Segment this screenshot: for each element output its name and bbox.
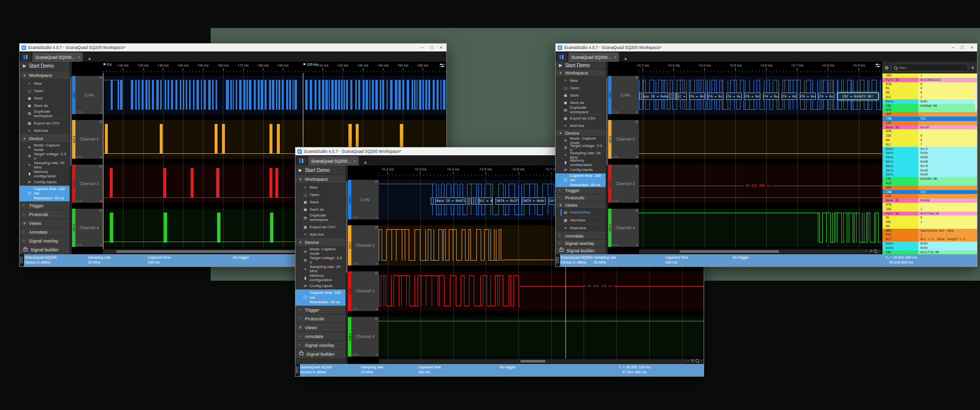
- packet-row[interactable]: Data0x66: [882, 155, 977, 160]
- sidebar-item-packetview[interactable]: ▤PacketView: [556, 209, 606, 217]
- decode-box[interactable]: [672, 93, 674, 100]
- gear-icon[interactable]: ⚙: [884, 65, 889, 71]
- packet-row[interactable]: ▾CANCH1: [882, 117, 977, 121]
- start-demo-button[interactable]: ▶Start Demo: [20, 62, 70, 71]
- home-tab[interactable]: [296, 156, 307, 166]
- packet-row[interactable]: ACK: [882, 181, 977, 186]
- channel-minimize-icon[interactable]: ⊟: [635, 76, 638, 80]
- channel-header[interactable]: CH 1CAN3.3V∞⊟: [348, 180, 379, 219]
- packet-row[interactable]: EOF: [882, 112, 977, 117]
- sidebar-section-signal-overlay[interactable]: ›Signal overlay: [295, 341, 345, 350]
- decode-box[interactable]: [669, 93, 671, 100]
- channel-minimize-icon[interactable]: ⊟: [635, 165, 638, 169]
- sidebar-item-export-as-csv[interactable]: ▦Export as CSV: [20, 120, 70, 127]
- sidebar-section-views[interactable]: ∨Views: [20, 219, 70, 228]
- channel-header[interactable]: CH 3Channel 33.3V∞⊟: [608, 165, 639, 203]
- sidebar-section-workspace[interactable]: ∨Workspace: [295, 175, 345, 184]
- packet-row[interactable]: R10: [882, 216, 977, 220]
- sidebar-item-new[interactable]: +New: [20, 80, 70, 87]
- waveform-region[interactable]: Base ID = 0x6aaDLC = 8DATA = 0x91DATA = …: [639, 76, 882, 114]
- packet-row[interactable]: Full ID0x11465b231: [882, 78, 977, 82]
- start-demo-button[interactable]: ▶Start Demo: [295, 166, 345, 175]
- sidebar-item-save-as[interactable]: ▣Save as: [20, 102, 70, 109]
- packet-row[interactable]: EDL1: [882, 220, 977, 224]
- packet-row[interactable]: Data0x0e: [882, 151, 977, 155]
- decode-box[interactable]: DATA = 0x5c: [744, 93, 760, 100]
- packet-row[interactable]: Data0x78: [882, 164, 977, 169]
- new-tab-button[interactable]: +: [362, 160, 368, 166]
- sidebar-item-capture-time-160-ms[interactable]: ⓘCapture time: 160 msResolution: 40 ns: [556, 173, 606, 187]
- sidebar-item-capture-time-160-ms[interactable]: ⓘCapture time: 160 msResolution: 40 ns: [20, 186, 70, 201]
- sidebar-section-annotate[interactable]: ›Annotate: [295, 332, 345, 341]
- collapse-arrow-icon[interactable]: ▾: [883, 190, 884, 194]
- close-button[interactable]: ×: [971, 45, 973, 50]
- sidebar-section-views[interactable]: ∨Views: [556, 201, 606, 209]
- tab-close-icon[interactable]: ×: [614, 55, 616, 59]
- sidebar-item-add-bus[interactable]: ×Add bus: [20, 127, 70, 134]
- packet-row[interactable]: Data0xa9: [882, 172, 977, 177]
- zoom-out-button[interactable]: −: [700, 359, 703, 363]
- packet-row[interactable]: Full ID0x1776ac20: [882, 212, 977, 216]
- sidebar-section-annotate[interactable]: ›Annotate: [20, 228, 70, 237]
- packet-row[interactable]: IDE1: [882, 73, 977, 78]
- home-tab[interactable]: [557, 52, 567, 62]
- sidebar-section-signal-builder[interactable]: Signal builder: [556, 247, 606, 254]
- packet-row[interactable]: EOF: [882, 186, 977, 190]
- sidebar-scrollbar-thumb[interactable]: [70, 77, 72, 166]
- scrollbar-thumb[interactable]: [116, 250, 319, 253]
- channel-minimize-icon[interactable]: ⊟: [375, 271, 378, 275]
- sidebar-item-open[interactable]: ▢Open: [20, 87, 70, 95]
- sidebar-scrollbar-thumb[interactable]: [606, 77, 608, 166]
- sidebar-item-sampling-rate-25-mhz[interactable]: ϟSampling rate: 25 MHz: [20, 161, 70, 169]
- decode-box[interactable]: DATA = 0x22: [726, 93, 742, 100]
- decode-box[interactable]: DATA = 0xd3: [800, 93, 816, 100]
- channel-minimize-icon[interactable]: ⊟: [99, 165, 102, 169]
- zoom-in-button[interactable]: +: [687, 359, 689, 363]
- sidebar-item-capture-time-160-ms[interactable]: ⓘCapture time: 160 msResolution: 40 ns: [295, 289, 345, 306]
- waveform-region[interactable]: 26.622 080 ms: [639, 165, 882, 203]
- channel-minimize-icon[interactable]: ⊟: [375, 225, 378, 229]
- collapse-arrow-icon[interactable]: ▾: [883, 117, 884, 121]
- sidebar-section-protocols[interactable]: ›Protocols: [295, 314, 345, 323]
- packet-row[interactable]: DLCDLC = 2, Data length = 2: [882, 237, 977, 241]
- waveform-region[interactable]: [639, 120, 882, 158]
- decode-box[interactable]: DATA = 0x2f: [495, 197, 519, 205]
- packet-row[interactable]: CRC0x038d OK: [882, 177, 977, 181]
- packet-row[interactable]: Base ID0x1d7: [882, 125, 977, 130]
- decode-box[interactable]: [431, 197, 434, 205]
- zoom-tool-button[interactable]: [695, 359, 699, 362]
- packet-row[interactable]: RTR: [882, 203, 977, 207]
- sidebar-section-protocols[interactable]: ›Protocols: [556, 194, 606, 202]
- packet-row[interactable]: Data0x0c: [882, 99, 977, 104]
- decode-box[interactable]: DLC = 4: [479, 197, 493, 205]
- sidebar-item-new[interactable]: +New: [295, 184, 345, 191]
- sidebar-item-duplicate-workspace[interactable]: ▤Duplicate workspace: [556, 106, 606, 114]
- sidebar-item-save[interactable]: ▣Save: [20, 95, 70, 102]
- sidebar-section-signal-overlay[interactable]: ›Signal overlay: [20, 237, 70, 245]
- packet-scrollbar-thumb[interactable]: [975, 87, 977, 111]
- sidebar-item-memory-configuration[interactable]: ▮Memory configuration: [295, 273, 345, 282]
- channel-minimize-icon[interactable]: ⊟: [635, 209, 638, 213]
- sidebar-item-mode-capture-mode[interactable]: ⊘Mode: Capture mode: [295, 247, 345, 256]
- channel-minimize-icon[interactable]: ⊟: [99, 209, 102, 213]
- packet-row[interactable]: DLC7: [882, 143, 977, 147]
- sidebar-item-new[interactable]: +New: [556, 77, 606, 84]
- packet-row[interactable]: IDE1: [882, 207, 977, 212]
- channel-minimize-icon[interactable]: ⊟: [99, 76, 102, 80]
- channel-minimize-icon[interactable]: ⊟: [635, 120, 638, 124]
- title-bar[interactable]: ScanaStudio 4.0.7 - ScanaQuad SQ200 Work…: [556, 44, 977, 51]
- packet-row[interactable]: Base ID0x5dd: [882, 198, 977, 203]
- channel-header[interactable]: CH 2Channel 23.3V∞⊟: [348, 225, 379, 265]
- sidebar-section-signal-builder[interactable]: Signal builder: [295, 350, 345, 359]
- decode-box[interactable]: [468, 197, 470, 205]
- sidebar-item-open[interactable]: ▢Open: [295, 191, 345, 198]
- channel-header[interactable]: CH 4Channel 43.3V∞⊟: [348, 317, 379, 357]
- channel-header[interactable]: CH 1CAN3.3V∞⊟: [72, 76, 103, 114]
- decode-box[interactable]: DATA = 0x2b: [818, 93, 834, 100]
- decode-box[interactable]: Base ID = 0x6aa: [643, 93, 668, 100]
- sidebar-item-save[interactable]: ▣Save: [295, 198, 345, 206]
- sidebar-section-workspace[interactable]: ∨Workspace: [20, 71, 70, 80]
- tab-close-icon[interactable]: ×: [78, 55, 80, 59]
- packet-row[interactable]: R10: [882, 86, 977, 91]
- sidebar-item-memory-configuration[interactable]: ▮Memory configuration: [20, 169, 70, 178]
